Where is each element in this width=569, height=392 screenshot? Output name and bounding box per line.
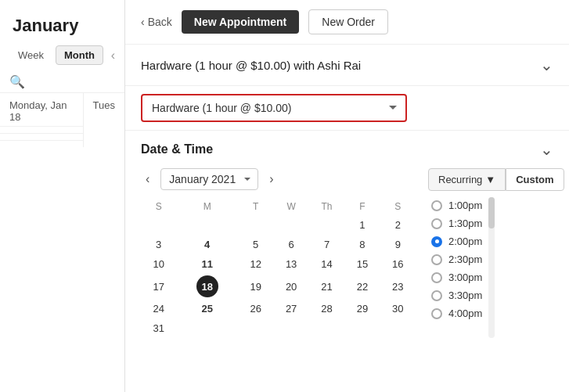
cal-cell[interactable] [344, 318, 380, 338]
time-radio-2pm[interactable] [431, 236, 442, 247]
sidebar-day-monday: Monday, Jan 18 [0, 93, 83, 126]
cal-cell[interactable]: 23 [380, 274, 416, 299]
search-icon: 🔍 [9, 75, 25, 88]
cal-cell[interactable]: 1 [344, 215, 380, 235]
calendar: ‹ January 2021 › S M T W Th F S [141, 168, 416, 338]
cal-cell[interactable]: 10 [141, 254, 176, 274]
cal-cell[interactable]: 16 [380, 254, 416, 274]
scrollbar-track[interactable] [488, 197, 495, 338]
time-radio-3pm[interactable] [431, 272, 442, 283]
cal-cell[interactable]: 30 [380, 299, 416, 318]
datetime-section-header: Date & Time ⌄ [125, 131, 569, 168]
back-label: Back [148, 16, 172, 28]
cal-cell-today[interactable]: 18 [176, 274, 238, 299]
time-radio-130pm[interactable] [431, 218, 442, 229]
cal-cell[interactable] [238, 318, 273, 338]
back-button[interactable]: ‹ Back [141, 16, 172, 28]
cal-cell[interactable] [273, 215, 308, 235]
recurring-dropdown-icon: ▼ [485, 174, 495, 185]
times-panel: Recurring ▼ Custom 1:00pm 1:30pm [428, 168, 553, 338]
cal-cell[interactable] [176, 318, 238, 338]
time-item-130pm[interactable]: 1:30pm [428, 215, 485, 232]
cal-cell[interactable]: 15 [344, 254, 380, 274]
cal-cell[interactable]: 12 [238, 254, 273, 274]
cal-cell[interactable]: 17 [141, 274, 176, 299]
cal-cell[interactable] [238, 215, 273, 235]
cal-cell[interactable]: 11 [176, 254, 238, 274]
cal-cell[interactable]: 29 [344, 299, 380, 318]
time-item-330pm[interactable]: 3:30pm [428, 287, 485, 304]
cal-cell[interactable]: 21 [309, 274, 344, 299]
sidebar-tab-week[interactable]: Week [9, 45, 52, 65]
calendar-next-button[interactable]: › [265, 169, 278, 189]
cal-cell[interactable]: 2 [380, 215, 416, 235]
table-row: 1 2 [141, 215, 416, 235]
scrollbar-thumb[interactable] [488, 197, 495, 228]
sidebar-chevron-icon[interactable]: ‹ [111, 49, 115, 63]
col-header-w: W [273, 198, 308, 215]
time-radio-330pm[interactable] [431, 290, 442, 301]
service-title: Hardware (1 hour @ $10.00) with Ashi Rai [141, 59, 361, 72]
cal-cell[interactable]: 28 [309, 299, 344, 318]
cal-cell[interactable]: 26 [238, 299, 273, 318]
col-header-t1: T [238, 198, 273, 215]
cal-cell[interactable] [273, 318, 308, 338]
sidebar-nav-row: Week Month ‹ [0, 39, 124, 71]
calendar-month-select[interactable]: January 2021 [160, 168, 258, 190]
cal-cell[interactable]: 25 [176, 299, 238, 318]
time-item-3pm[interactable]: 3:00pm [428, 269, 485, 286]
cal-cell[interactable]: 6 [273, 235, 308, 254]
cal-cell[interactable]: 3 [141, 235, 176, 254]
time-item-4pm[interactable]: 4:00pm [428, 305, 485, 322]
datetime-chevron-down-icon[interactable]: ⌄ [540, 140, 553, 159]
cal-cell[interactable]: 9 [380, 235, 416, 254]
sidebar-month-title: January [0, 9, 124, 39]
sidebar-search: 🔍 [0, 71, 124, 92]
cal-cell[interactable]: 5 [238, 235, 273, 254]
col-header-s2: S [380, 198, 416, 215]
service-title-row: Hardware (1 hour @ $10.00) with Ashi Rai… [125, 45, 569, 86]
cal-cell[interactable] [380, 318, 416, 338]
time-label-1pm: 1:00pm [448, 200, 482, 211]
new-order-button[interactable]: New Order [308, 9, 388, 34]
table-row: 10 11 12 13 14 15 16 [141, 254, 416, 274]
calendar-grid: S M T W Th F S [141, 198, 416, 338]
cal-cell[interactable]: 20 [273, 274, 308, 299]
recurring-label: Recurring [438, 174, 482, 185]
sidebar-tab-month[interactable]: Month [56, 45, 103, 65]
cal-cell[interactable]: 24 [141, 299, 176, 318]
sidebar: January Week Month ‹ 🔍 Monday, Jan 18 Tu… [0, 0, 125, 392]
col-header-m: M [176, 198, 238, 215]
cal-cell[interactable] [141, 215, 176, 235]
new-appointment-button[interactable]: New Appointment [182, 10, 299, 34]
datetime-body: ‹ January 2021 › S M T W Th F S [125, 168, 569, 347]
cal-cell[interactable]: 14 [309, 254, 344, 274]
cal-cell[interactable]: 19 [238, 274, 273, 299]
time-item-1pm[interactable]: 1:00pm [428, 197, 485, 214]
time-item-2pm[interactable]: 2:00pm [428, 233, 485, 250]
cal-cell[interactable]: 27 [273, 299, 308, 318]
custom-tab[interactable]: Custom [506, 168, 564, 191]
time-label-4pm: 4:00pm [448, 307, 482, 319]
cal-cell[interactable] [176, 215, 238, 235]
cal-cell[interactable] [309, 318, 344, 338]
recurring-tab[interactable]: Recurring ▼ [428, 168, 506, 191]
time-radio-230pm[interactable] [431, 254, 442, 265]
cal-cell[interactable]: 4 [176, 235, 238, 254]
table-row: 31 [141, 318, 416, 338]
time-label-3pm: 3:00pm [448, 272, 482, 283]
sidebar-day-cell-mon3 [0, 140, 83, 147]
time-item-230pm[interactable]: 2:30pm [428, 251, 485, 268]
back-chevron-icon: ‹ [141, 16, 145, 28]
cal-cell[interactable]: 31 [141, 318, 176, 338]
cal-cell[interactable]: 8 [344, 235, 380, 254]
cal-cell[interactable]: 13 [273, 254, 308, 274]
time-radio-4pm[interactable] [431, 308, 442, 319]
service-chevron-down-icon[interactable]: ⌄ [540, 56, 553, 74]
cal-cell[interactable]: 22 [344, 274, 380, 299]
service-select[interactable]: Hardware (1 hour @ $10.00) [141, 94, 407, 122]
calendar-prev-button[interactable]: ‹ [141, 169, 154, 189]
cal-cell[interactable] [309, 215, 344, 235]
time-radio-1pm[interactable] [431, 200, 442, 211]
cal-cell[interactable]: 7 [309, 235, 344, 254]
